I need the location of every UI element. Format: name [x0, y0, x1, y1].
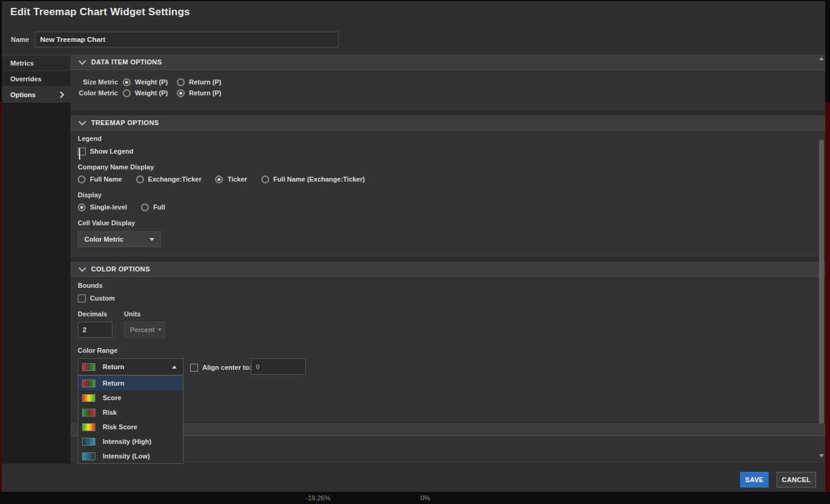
- show-legend-row: Show Legend: [78, 146, 134, 156]
- checkbox-icon: [190, 364, 198, 372]
- option-label: Intensity (Low): [103, 452, 150, 460]
- decimals-label: Decimals: [78, 310, 107, 318]
- sidebar-item-label: Metrics: [10, 60, 34, 67]
- radio-label: Full: [153, 203, 165, 211]
- checkbox-label: Custom: [90, 295, 115, 302]
- dialog-header: Edit Treemap Chart Widget Settings Name: [2, 1, 825, 55]
- gradient-swatch-intensity-low-icon: [82, 452, 95, 460]
- dropdown-option-return[interactable]: Return: [78, 376, 183, 390]
- background-treemap-sliver-right: [825, 102, 830, 493]
- scrollbar-up-arrow-icon[interactable]: [819, 57, 824, 60]
- radio-color-return[interactable]: Return (P): [177, 89, 221, 97]
- caret-down-icon: [158, 329, 162, 331]
- radio-icon: [177, 89, 185, 97]
- legend-center-value: 0%: [420, 494, 430, 502]
- checkbox-icon: [78, 148, 86, 155]
- scrollbar-thumb[interactable]: [819, 140, 824, 424]
- radio-exchange-ticker[interactable]: Exchange:Ticker: [136, 175, 202, 183]
- display-group-label: Display: [78, 191, 101, 199]
- gradient-swatch-risk-score-icon: [82, 423, 95, 431]
- dropdown-option-risk-score[interactable]: Risk Score: [78, 420, 183, 434]
- dropdown-selected-value: Percent: [130, 326, 154, 333]
- section-title: TREEMAP OPTIONS: [91, 119, 159, 126]
- checkbox-show-legend[interactable]: Show Legend: [78, 148, 134, 155]
- radio-label: Exchange:Ticker: [148, 175, 202, 183]
- display-row: Single-level Full: [78, 202, 165, 212]
- legend-min-value: -19.26%: [306, 494, 331, 502]
- gradient-swatch-intensity-high-icon: [82, 438, 95, 446]
- chevron-down-icon: [78, 118, 86, 126]
- option-label: Risk Score: [103, 423, 137, 431]
- gradient-swatch-risk-icon: [82, 409, 95, 417]
- radio-label: Return (P): [189, 78, 221, 86]
- company-name-display-label: Company Name Display: [78, 163, 154, 171]
- units-label: Units: [124, 310, 141, 318]
- color-range-dropdown[interactable]: Return: [78, 358, 183, 375]
- name-label: Name: [11, 36, 29, 43]
- dialog-title: Edit Treemap Chart Widget Settings: [10, 6, 190, 18]
- gradient-swatch-return-icon: [82, 363, 95, 371]
- radio-full[interactable]: Full: [141, 203, 165, 211]
- radio-full-name-exchange-ticker[interactable]: Full Name (Exchange:Ticker): [261, 175, 365, 183]
- radio-ticker[interactable]: Ticker: [215, 175, 247, 183]
- name-input[interactable]: [35, 32, 338, 47]
- legend-group-label: Legend: [78, 135, 101, 142]
- chevron-right-icon: [57, 91, 64, 98]
- option-label: Return: [103, 380, 124, 387]
- color-metric-label: Color Metric: [78, 89, 118, 97]
- sidebar-item-label: Options: [10, 91, 36, 98]
- checkbox-align-center[interactable]: Align center to:: [190, 364, 252, 372]
- radio-full-name[interactable]: Full Name: [78, 175, 122, 183]
- option-label: Intensity (High): [103, 438, 151, 445]
- caret-up-icon: [172, 366, 177, 369]
- radio-icon: [78, 175, 86, 183]
- sidebar-item-options[interactable]: Options: [2, 87, 70, 103]
- radio-label: Full Name (Exchange:Ticker): [273, 175, 365, 183]
- units-dropdown-disabled[interactable]: Percent: [124, 322, 165, 338]
- radio-color-weight[interactable]: Weight (P): [123, 89, 177, 97]
- dropdown-option-risk[interactable]: Risk: [78, 405, 183, 420]
- align-center-row: Align center to:: [190, 363, 252, 372]
- size-metric-row: Size Metric Weight (P) Return (P): [78, 77, 221, 87]
- scrollbar-down-arrow-icon[interactable]: [819, 454, 824, 457]
- size-metric-label: Size Metric: [78, 78, 118, 86]
- section-title: COLOR OPTIONS: [91, 265, 150, 273]
- cell-value-display-dropdown[interactable]: Color Metric: [78, 231, 161, 247]
- radio-single-level[interactable]: Single-level: [78, 203, 127, 211]
- settings-sidebar: Metrics Overrides Options: [2, 55, 70, 463]
- align-center-input[interactable]: [251, 358, 306, 375]
- section-header-treemap-options[interactable]: TREEMAP OPTIONS: [70, 115, 825, 131]
- save-button[interactable]: SAVE: [740, 472, 769, 488]
- cell-value-display-label: Cell Value Display: [78, 219, 135, 226]
- edit-widget-settings-dialog: Edit Treemap Chart Widget Settings Name …: [2, 1, 825, 492]
- radio-size-return[interactable]: Return (P): [177, 78, 221, 86]
- checkbox-custom-bounds[interactable]: Custom: [78, 295, 115, 302]
- radio-icon: [78, 203, 86, 211]
- background-treemap-legend: -19.26% 0%: [0, 492, 830, 504]
- radio-icon: [141, 203, 149, 211]
- chevron-down-icon: [78, 264, 86, 272]
- radio-label: Ticker: [227, 175, 247, 183]
- sidebar-item-label: Overrides: [10, 75, 41, 83]
- gradient-swatch-return-icon: [82, 380, 95, 387]
- sidebar-item-metrics[interactable]: Metrics: [2, 55, 70, 71]
- checkbox-label: Show Legend: [90, 148, 134, 155]
- sidebar-item-overrides[interactable]: Overrides: [2, 71, 70, 87]
- dropdown-option-intensity-high[interactable]: Intensity (High): [78, 434, 183, 449]
- radio-icon: [123, 89, 131, 97]
- options-panel: DATA ITEM OPTIONS Size Metric Weight (P)…: [70, 55, 825, 463]
- dropdown-option-score[interactable]: Score: [78, 390, 183, 405]
- decimals-input[interactable]: [78, 322, 112, 338]
- section-header-color-options[interactable]: COLOR OPTIONS: [70, 262, 825, 277]
- radio-label: Single-level: [90, 203, 127, 211]
- cancel-button[interactable]: CANCEL: [777, 472, 816, 488]
- bounds-group-label: Bounds: [78, 282, 103, 289]
- radio-icon: [136, 175, 144, 183]
- radio-size-weight[interactable]: Weight (P): [123, 78, 177, 86]
- radio-label: Weight (P): [135, 78, 168, 86]
- section-header-data-item-options[interactable]: DATA ITEM OPTIONS: [70, 55, 825, 70]
- collapsed-section-header[interactable]: [70, 422, 825, 436]
- dropdown-selected-value: Return: [103, 363, 124, 370]
- dropdown-option-intensity-low[interactable]: Intensity (Low): [78, 449, 183, 463]
- radio-icon: [261, 175, 269, 183]
